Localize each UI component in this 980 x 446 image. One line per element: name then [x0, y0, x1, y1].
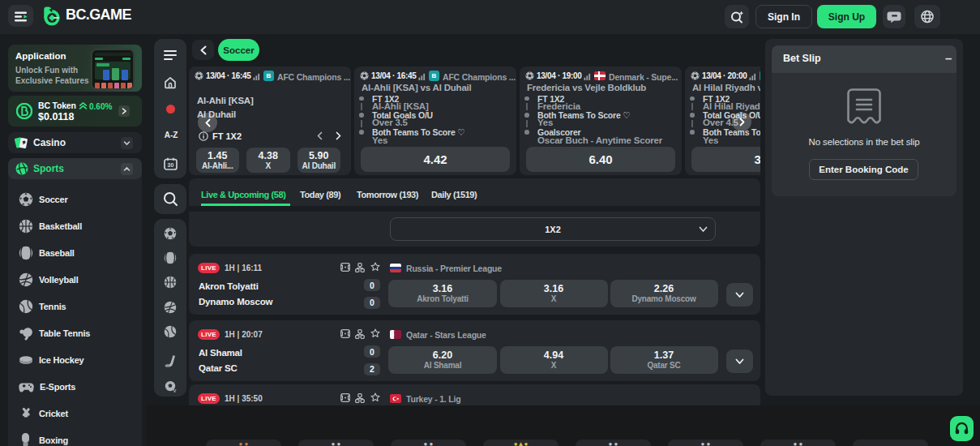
- svg-text:V: V: [173, 388, 177, 393]
- svg-text:30: 30: [168, 162, 174, 168]
